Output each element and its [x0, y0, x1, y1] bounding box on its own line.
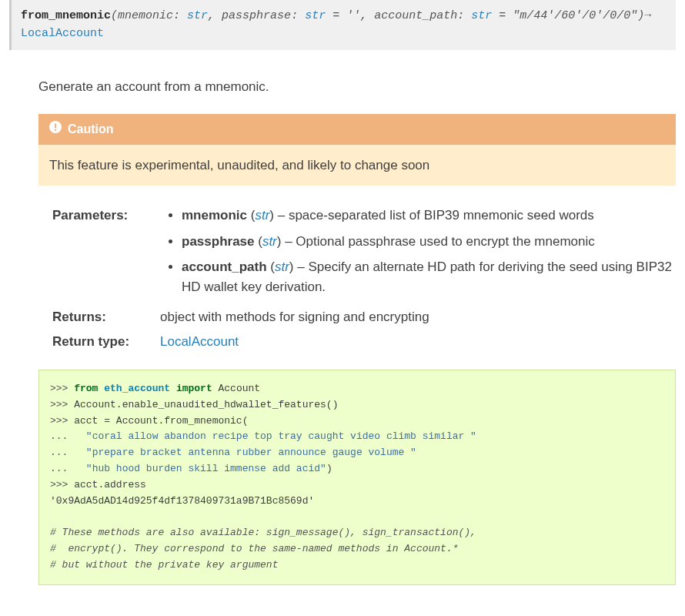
- caution-title-row: Caution: [38, 114, 676, 145]
- list-item: account_path (str) – Specify an alternat…: [182, 257, 676, 296]
- warning-icon: [49, 120, 62, 139]
- list-item: mnemonic (str) – space-separated list of…: [182, 206, 676, 226]
- fn-name: from_mnemonic: [21, 9, 111, 22]
- return-type-link[interactable]: LocalAccount: [160, 334, 239, 349]
- parameters-label: Parameters:: [52, 206, 160, 303]
- return-type-value: LocalAccount: [160, 332, 676, 352]
- type-link-str[interactable]: str: [471, 9, 492, 22]
- code-example: >>> from eth_account import Account >>> …: [38, 370, 676, 585]
- sig-params: (mnemonic: str, passphrase: str = '', ac…: [111, 9, 644, 22]
- type-link-str[interactable]: str: [255, 208, 269, 223]
- return-type-link[interactable]: LocalAccount: [21, 27, 104, 40]
- parameters-value: mnemonic (str) – space-separated list of…: [160, 206, 676, 303]
- param-list: mnemonic (str) – space-separated list of…: [160, 206, 676, 296]
- svg-rect-1: [55, 123, 56, 128]
- type-link-str[interactable]: str: [305, 9, 326, 22]
- caution-title: Caution: [68, 120, 114, 139]
- method-body: Generate an account from a mnemonic. Cau…: [9, 50, 676, 585]
- type-link-str[interactable]: str: [275, 259, 289, 274]
- caution-body: This feature is experimental, unaudited,…: [38, 145, 676, 186]
- method-signature: from_mnemonic(mnemonic: str, passphrase:…: [9, 0, 676, 50]
- caution-admonition: Caution This feature is experimental, un…: [38, 114, 676, 186]
- svg-rect-2: [55, 129, 56, 131]
- return-type-label: Return type:: [52, 332, 160, 352]
- type-link-str[interactable]: str: [187, 9, 208, 22]
- type-link-str[interactable]: str: [262, 234, 277, 249]
- method-description: Generate an account from a mnemonic.: [38, 77, 676, 97]
- field-list: Parameters: mnemonic (str) – space-separ…: [52, 206, 676, 351]
- list-item: passphrase (str) – Optional passphrase u…: [182, 232, 676, 252]
- returns-value: object with methods for signing and encr…: [160, 307, 676, 327]
- returns-label: Returns:: [52, 307, 160, 327]
